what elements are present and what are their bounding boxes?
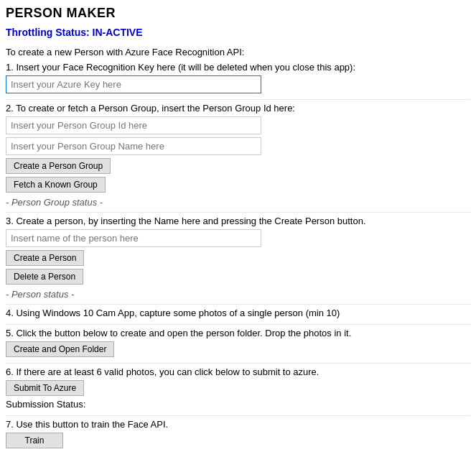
azure-key-input[interactable] [6,75,261,93]
step4-label: 4. Using Windows 10 Cam App, capture som… [6,308,470,318]
train-button[interactable]: Train [6,433,63,448]
person-name-input[interactable] [6,229,261,247]
step2-label: 2. To create or fetch a Person Group, in… [6,103,470,114]
create-person-group-button[interactable]: Create a Person Group [6,158,111,174]
person-group-name-input[interactable] [6,137,261,155]
step3-label: 3. Create a person, by inserting the Nam… [6,216,470,226]
step5-label: 5. Click the button below to create and … [6,328,470,338]
person-status: - Person status - [6,287,470,301]
submission-status-label-6: Submission Status: [6,399,470,410]
step7-label: 7. Use this button to train the Face API… [6,419,470,430]
submit-to-azure-button[interactable]: Submit To Azure [6,380,84,396]
delete-person-button[interactable]: Delete a Person [6,269,83,285]
step6-label: 6. If there are at least 6 valid photos,… [6,366,470,377]
throttle-status: Throttling Status: IN-ACTIVE [6,27,470,38]
step1-description: To create a new Person with Azure Face R… [6,47,470,57]
app-title: PERSON MAKER [6,6,470,21]
person-group-status: - Person Group status - [6,195,470,209]
create-open-folder-button[interactable]: Create and Open Folder [6,341,114,357]
step1-label: 1. Insert your Face Recognition Key here… [6,62,470,73]
fetch-known-group-button[interactable]: Fetch a Known Group [6,177,106,193]
create-person-button[interactable]: Create a Person [6,250,84,266]
person-group-id-input[interactable] [6,116,261,134]
